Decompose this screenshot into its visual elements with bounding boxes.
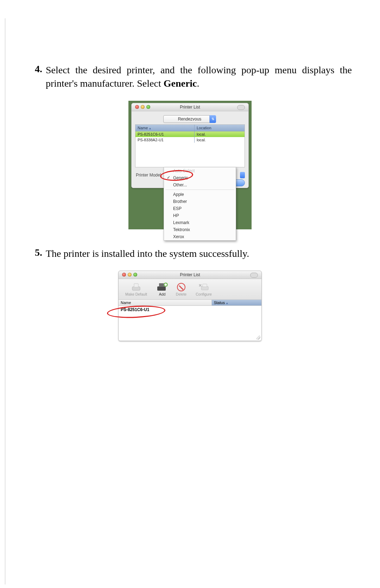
figure-1: Printer List Rendezvous ⇅ Name Loca — [128, 101, 252, 229]
printer-list-window-final: Printer List — [118, 271, 262, 341]
cell-name: PS-8251C6-U1 — [135, 131, 195, 137]
step-4-text: Select the desired printer, and the foll… — [44, 63, 352, 90]
configure-button[interactable]: Configure — [193, 282, 214, 296]
svg-rect-3 — [159, 283, 164, 287]
svg-rect-2 — [157, 286, 166, 291]
printer-model-label: Printer Model: — [136, 173, 162, 178]
table-row[interactable]: PS-8338A2-U1 local. — [135, 137, 245, 143]
cell-location: local. — [195, 131, 245, 137]
step-4-number: 4. — [28, 63, 44, 90]
close-icon[interactable] — [135, 105, 139, 109]
table-row[interactable]: PS-8251C6-U1 — [119, 306, 261, 314]
zoom-icon[interactable] — [133, 273, 137, 277]
minimize-icon[interactable] — [141, 105, 145, 109]
browse-method-value: Rendezvous — [178, 117, 202, 122]
cell-location: local. — [195, 137, 245, 143]
menu-item-vendor[interactable]: HP — [164, 212, 236, 219]
menu-item-vendor[interactable]: Tektronix — [164, 226, 236, 233]
printer-icon — [131, 282, 141, 292]
zoom-icon[interactable] — [146, 105, 150, 109]
window-title: Printer List — [180, 272, 200, 277]
menu-item-vendor[interactable]: Apple — [164, 191, 236, 198]
cell-name: PS-8338A2-U1 — [135, 137, 195, 143]
browse-method-select[interactable]: Rendezvous ⇅ — [163, 115, 216, 123]
printer-gear-icon — [198, 282, 210, 292]
no-entry-icon — [177, 282, 185, 292]
printer-list-table: Name Location PS-8251C6-U1 local. PS-833… — [135, 124, 245, 167]
step-4-bold: Generic — [164, 78, 197, 89]
printer-plus-icon — [156, 282, 168, 292]
menu-item-auto-select: Auto Select — [164, 167, 236, 174]
column-header-location[interactable]: Location — [195, 125, 245, 131]
menu-item-vendor[interactable]: Lexmark — [164, 219, 236, 226]
menu-separator — [165, 190, 234, 190]
column-header-name[interactable]: Name — [135, 125, 195, 131]
document-page: 4. Select the desired printer, and the f… — [0, 0, 380, 588]
toolbar-label: Make Default — [125, 292, 147, 296]
printer-model-menu: Auto Select Generic Other... Apple Broth… — [164, 167, 236, 241]
toolbar-pill-icon[interactable] — [237, 105, 245, 110]
minimize-icon[interactable] — [128, 273, 132, 277]
printer-model-select-cap[interactable] — [240, 172, 245, 178]
traffic-lights — [135, 105, 150, 109]
traffic-lights — [122, 273, 137, 277]
svg-rect-8 — [203, 284, 207, 287]
toolbar-label: Add — [159, 292, 166, 296]
toolbar-pill-icon[interactable] — [250, 273, 258, 278]
figure-1-wrap: Printer List Rendezvous ⇅ Name Loca — [28, 101, 352, 229]
menu-item-vendor[interactable]: Xerox — [164, 233, 236, 240]
column-header-name[interactable]: Name — [119, 300, 212, 305]
step-5-text: The printer is installed into the system… — [44, 247, 352, 260]
column-header-status[interactable]: Status — [212, 300, 261, 305]
chevron-updown-icon: ⇅ — [209, 115, 216, 123]
page-left-rule — [5, 18, 5, 584]
close-icon[interactable] — [122, 273, 126, 277]
toolbar-label: Configure — [196, 292, 212, 296]
toolbar-label: Delete — [176, 292, 186, 296]
table-header: Name Location — [135, 125, 245, 131]
menu-item-vendor[interactable]: ESP — [164, 205, 236, 212]
svg-rect-6 — [165, 284, 167, 285]
figure-2: Printer List — [118, 271, 262, 341]
window-titlebar: Printer List — [119, 271, 261, 279]
table-header: Name Status — [119, 300, 261, 306]
window-titlebar: Printer List — [132, 103, 248, 111]
window-title: Printer List — [180, 105, 200, 110]
step-5-number: 5. — [28, 247, 44, 260]
menu-item-generic[interactable]: Generic — [164, 174, 236, 181]
make-default-button[interactable]: Make Default — [122, 282, 150, 296]
menu-item-other[interactable]: Other... — [164, 181, 236, 188]
table-body: PS-8251C6-U1 — [119, 306, 261, 341]
delete-button[interactable]: Delete — [174, 282, 188, 296]
step-5: 5. The printer is installed into the sys… — [28, 247, 352, 260]
resize-grip-icon[interactable] — [256, 335, 260, 340]
toolbar: Make Default Add — [119, 279, 261, 300]
table-row[interactable]: PS-8251C6-U1 local. — [135, 131, 245, 137]
add-button[interactable]: Add — [155, 282, 169, 296]
step-4-text-b: . — [197, 78, 200, 89]
figure-2-wrap: Printer List — [28, 271, 352, 341]
svg-rect-1 — [134, 284, 138, 287]
step-4: 4. Select the desired printer, and the f… — [28, 63, 352, 90]
menu-item-vendor[interactable]: Brother — [164, 198, 236, 205]
